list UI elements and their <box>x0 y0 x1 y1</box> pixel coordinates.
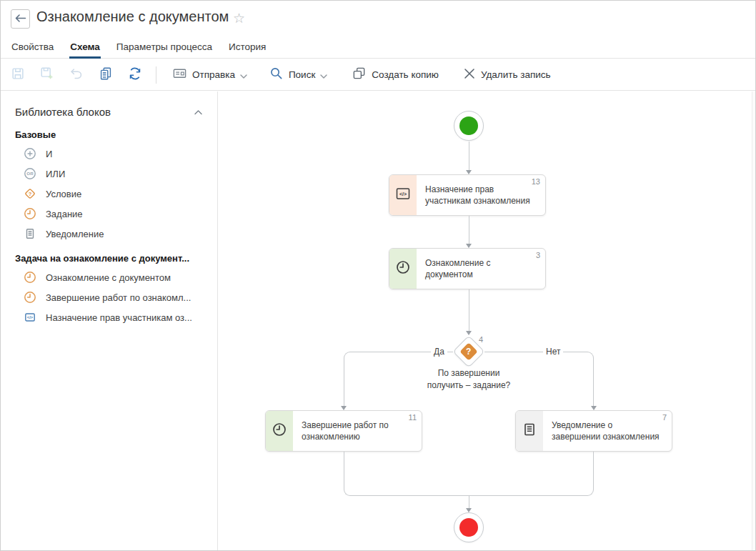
library-item-completion[interactable]: Завершение работ по ознакомл... <box>15 287 210 307</box>
delete-record-button[interactable]: Удалить запись <box>463 67 551 83</box>
or-icon: OR <box>24 167 36 180</box>
block-rights-assignment[interactable]: </> Назначение прав участникам ознакомле… <box>389 174 546 216</box>
start-node-dot <box>459 116 478 135</box>
undo-icon <box>69 66 84 84</box>
block-number: 7 <box>662 413 667 422</box>
block-accent-strip <box>266 411 293 451</box>
chevron-down-icon <box>320 69 327 81</box>
decision-question: По завершении получить – задание? <box>426 367 512 392</box>
library-item-or[interactable]: OR ИЛИ <box>15 164 210 184</box>
duplicate-button[interactable]: Создать копию <box>352 66 439 84</box>
end-node[interactable] <box>454 512 484 542</box>
page-title: Ознакомление с документом <box>36 9 229 25</box>
toolbar: Отправка Поиск Создать копию Удалить <box>1 59 755 91</box>
svg-text:?: ? <box>29 191 32 197</box>
start-node[interactable] <box>454 111 484 141</box>
undo-button[interactable] <box>68 66 85 84</box>
block-accent-strip <box>516 411 543 451</box>
chevron-up-icon[interactable] <box>192 103 204 120</box>
block-number: 13 <box>532 177 540 186</box>
library-section-task: Задача на ознакомление с документ... Озн… <box>1 253 217 327</box>
arrowhead-icon <box>466 331 472 335</box>
library-section-basic: Базовые И OR ИЛИ ? Условие <box>1 129 217 244</box>
star-icon[interactable]: ☆ <box>233 10 245 26</box>
close-x-icon <box>463 67 476 83</box>
refresh-icon <box>127 66 143 84</box>
library-item-task[interactable]: Задание <box>15 204 210 224</box>
connector-line <box>469 495 469 508</box>
section-title: Базовые <box>15 129 210 140</box>
block-number: 3 <box>536 251 540 259</box>
delete-label: Удалить запись <box>481 69 551 80</box>
library-item-label: Условие <box>46 189 81 199</box>
arrow-left-icon <box>14 13 26 26</box>
library-item-familiarization[interactable]: Ознакомление с документом <box>15 267 210 287</box>
chevron-down-icon <box>240 69 247 81</box>
process-editor-window: Ознакомление с документом ☆ Свойства Схе… <box>0 0 756 551</box>
document-icon <box>522 422 537 440</box>
connector-merge-right <box>469 452 594 496</box>
send-menu-button[interactable]: Отправка <box>172 66 247 84</box>
condition-icon: ? <box>24 187 36 200</box>
copy-icon <box>98 66 114 84</box>
decision-number: 4 <box>479 335 483 344</box>
library-item-condition[interactable]: ? Условие <box>15 184 210 204</box>
tab-history[interactable]: История <box>228 40 267 58</box>
connector-line <box>469 142 469 171</box>
duplicate-icon <box>352 66 367 84</box>
send-icon <box>172 66 187 84</box>
library-item-label: Назначение прав участникам оз... <box>46 312 192 323</box>
diagram-canvas[interactable]: </> Назначение прав участникам ознакомле… <box>219 91 755 550</box>
library-item-label: Задание <box>46 209 83 219</box>
search-icon <box>269 66 284 84</box>
question-icon: ? <box>459 342 477 360</box>
search-label: Поиск <box>289 69 315 80</box>
block-completion-notification[interactable]: Уведомление о завершении ознакомления 7 <box>515 410 672 452</box>
block-accent-strip <box>389 249 417 289</box>
back-button[interactable] <box>11 9 30 29</box>
svg-text:OR: OR <box>26 171 34 176</box>
block-document-familiarization[interactable]: Ознакомление с документом 3 <box>389 248 546 289</box>
code-icon: </> <box>396 187 410 203</box>
code-icon: </> <box>24 311 36 324</box>
save-add-icon <box>39 66 55 84</box>
library-item-label: И <box>46 149 52 159</box>
task-clock-icon <box>24 291 36 304</box>
save-and-add-button[interactable] <box>39 66 56 84</box>
block-label: Уведомление о завершении ознакомления <box>543 411 672 451</box>
vertical-scrollbar[interactable] <box>752 91 755 550</box>
library-item-label: Ознакомление с документом <box>46 272 171 283</box>
block-accent-strip: </> <box>389 175 417 215</box>
library-item-rights-assignment[interactable]: </> Назначение прав участникам оз... <box>15 307 210 327</box>
task-clock-icon <box>24 271 36 284</box>
library-item-label: ИЛИ <box>46 169 65 179</box>
refresh-button[interactable] <box>126 66 144 84</box>
toolbar-separator <box>156 66 156 84</box>
copy-button[interactable] <box>97 66 114 84</box>
yes-edge-label: Да <box>431 347 447 357</box>
connector-merge-left <box>344 452 469 496</box>
block-label: Завершение работ по ознакомлению <box>293 411 422 451</box>
tab-process-parameters[interactable]: Параметры процесса <box>116 40 213 58</box>
search-menu-button[interactable]: Поиск <box>269 66 327 84</box>
end-node-dot <box>459 518 478 537</box>
block-label: Ознакомление с документом <box>417 249 545 289</box>
library-item-label: Уведомление <box>46 229 104 239</box>
block-work-completion[interactable]: Завершение работ по ознакомлению 11 <box>265 410 422 452</box>
task-clock-icon <box>24 207 36 220</box>
connector-line <box>469 289 469 331</box>
clock-icon <box>396 260 410 277</box>
library-item-notification[interactable]: Уведомление <box>15 224 210 244</box>
svg-text:</>: </> <box>27 315 34 319</box>
library-item-and[interactable]: И <box>15 144 210 164</box>
block-label: Назначение прав участникам ознакомления <box>417 175 545 215</box>
connector-line <box>469 216 469 244</box>
block-library-panel: Библиотека блоков Базовые И OR ИЛИ <box>1 91 218 550</box>
and-icon <box>24 147 36 160</box>
library-item-label: Завершение работ по ознакомл... <box>46 292 191 303</box>
clock-icon <box>272 422 287 440</box>
no-edge-label: Нет <box>543 347 563 357</box>
save-button[interactable] <box>9 66 26 84</box>
tab-properties[interactable]: Свойства <box>11 40 54 58</box>
tab-schema[interactable]: Схема <box>69 40 101 58</box>
